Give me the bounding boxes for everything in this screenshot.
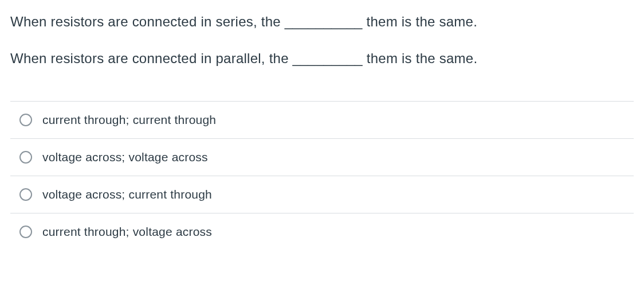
option-label: current through; current through: [42, 113, 216, 127]
radio-icon: [19, 226, 32, 238]
question-line-1: When resistors are connected in series, …: [10, 11, 634, 32]
radio-icon: [19, 114, 32, 126]
options-list: current through; current through voltage…: [10, 101, 634, 250]
option-label: voltage across; current through: [42, 188, 212, 201]
option-4[interactable]: current through; voltage across: [10, 213, 634, 250]
option-1[interactable]: current through; current through: [10, 101, 634, 138]
option-3[interactable]: voltage across; current through: [10, 176, 634, 213]
question-line-2: When resistors are connected in parallel…: [10, 48, 634, 69]
question-block: When resistors are connected in series, …: [10, 11, 634, 69]
option-label: voltage across; voltage across: [42, 150, 208, 164]
option-2[interactable]: voltage across; voltage across: [10, 138, 634, 176]
radio-icon: [19, 151, 32, 164]
option-label: current through; voltage across: [42, 225, 212, 239]
radio-icon: [19, 188, 32, 201]
